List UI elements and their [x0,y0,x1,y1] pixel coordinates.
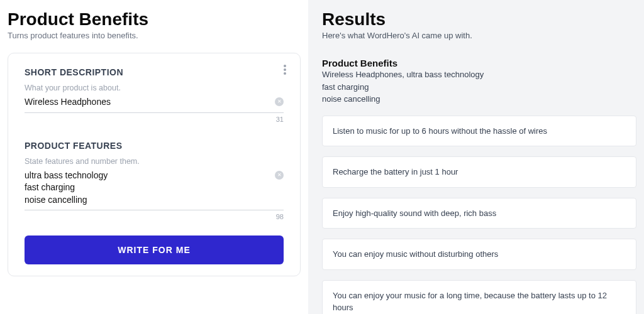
result-item[interactable]: Enjoy high-quality sound with deep, rich… [322,198,636,229]
short-description-input[interactable]: Wireless Headphones [25,96,284,109]
short-description-label: SHORT DESCRIPTION [25,67,284,77]
short-description-input-wrap: Wireless Headphones [25,96,284,113]
clear-product-features-icon[interactable] [275,171,284,180]
results-panel: Results Here's what WordHero's AI came u… [308,0,644,314]
page-subtitle: Turns product features into benefits. [8,31,301,40]
short-description-char-count: 31 [25,116,284,123]
results-summary-text: Wireless Headphones, ultra bass technolo… [322,68,636,106]
clear-short-description-icon[interactable] [275,97,284,106]
results-summary-title: Product Benefits [322,58,636,68]
product-features-label: PRODUCT FEATURES [25,141,284,151]
write-for-me-button[interactable]: WRITE FOR ME [25,236,284,264]
product-features-input[interactable]: ultra bass technology fast charging nois… [25,170,284,207]
form-card: SHORT DESCRIPTION What your product is a… [8,53,301,276]
result-item[interactable]: You can enjoy music without disturbing o… [322,239,636,270]
result-item[interactable]: You can enjoy your music for a long time… [322,280,636,315]
results-subtitle: Here's what WordHero's AI came up with. [322,31,636,40]
product-features-helper: State features and number them. [25,157,284,166]
page-title: Product Benefits [8,9,301,30]
results-title: Results [322,9,636,30]
product-features-input-wrap: ultra bass technology fast charging nois… [25,170,284,211]
result-item[interactable]: Recharge the battery in just 1 hour [322,156,636,188]
product-features-char-count: 98 [25,213,284,220]
input-panel: Product Benefits Turns product features … [0,0,308,314]
result-item[interactable]: Listen to music for up to 6 hours withou… [322,116,636,147]
more-options-icon[interactable] [284,65,286,75]
short-description-helper: What your product is about. [25,84,284,92]
